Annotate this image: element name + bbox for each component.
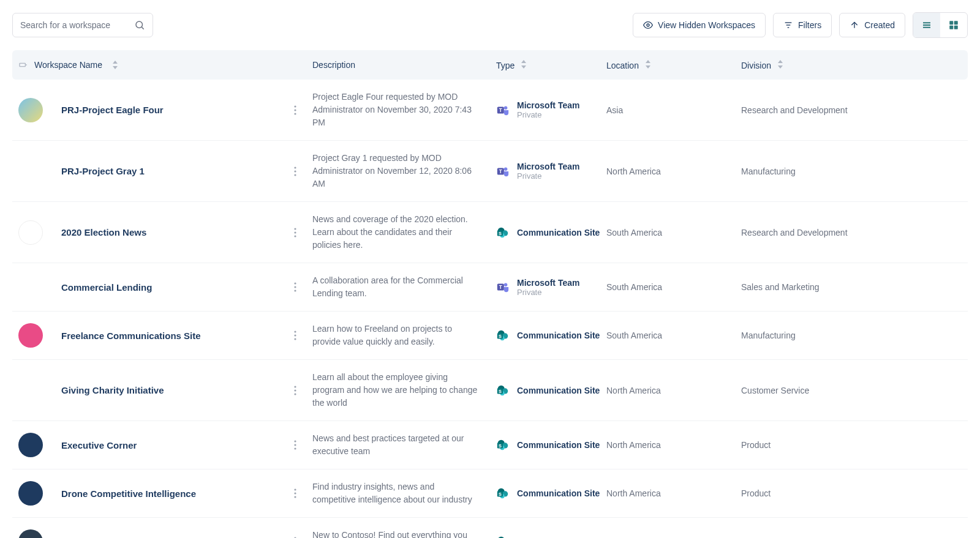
sort-icon	[777, 60, 783, 69]
type-name: Communication Site	[517, 386, 600, 395]
search-icon	[134, 20, 145, 31]
col-description-label[interactable]: Description	[312, 60, 496, 70]
table-row[interactable]: Working @ Contoso New to Contoso! Find o…	[12, 518, 968, 538]
workspace-description: Find industry insights, news and competi…	[312, 480, 496, 506]
workspace-location: Asia	[606, 105, 741, 115]
row-more-button[interactable]	[290, 103, 300, 118]
sort-icon	[521, 60, 527, 69]
filters-label: Filters	[798, 20, 821, 30]
row-more-button[interactable]	[290, 164, 300, 179]
toolbar: View Hidden Workspaces Filters Created	[12, 12, 968, 38]
svg-marker-18	[521, 60, 526, 63]
col-division-label[interactable]: Division	[741, 61, 771, 70]
col-location-label[interactable]: Location	[606, 61, 639, 70]
type-name: Communication Site	[517, 440, 600, 450]
workspace-division: Research and Development	[741, 228, 962, 237]
workspace-name[interactable]: Commercial Lending	[61, 282, 152, 293]
teams-icon	[496, 165, 510, 178]
svg-marker-21	[646, 65, 650, 69]
search-input[interactable]	[20, 20, 134, 30]
arrow-up-icon	[850, 20, 859, 30]
more-vert-icon	[294, 386, 296, 395]
search-box[interactable]	[12, 13, 153, 37]
more-vert-icon	[294, 105, 296, 115]
workspace-location: North America	[606, 488, 741, 498]
workspace-name[interactable]: 2020 Election News	[61, 227, 146, 237]
grid-view-button[interactable]	[940, 13, 967, 37]
workspace-location: South America	[606, 282, 741, 292]
table-row[interactable]: Executive Corner News and best practices…	[12, 421, 968, 469]
row-more-button[interactable]	[290, 225, 300, 240]
view-hidden-label: View Hidden Workspaces	[658, 20, 755, 30]
type-name: Microsoft Team	[517, 162, 579, 171]
table-row[interactable]: PRJ-Project Gray 1 Project Gray 1 reques…	[12, 141, 968, 202]
view-hidden-button[interactable]: View Hidden Workspaces	[633, 13, 766, 37]
table-row[interactable]: Giving Charity Initiative Learn all abou…	[12, 360, 968, 421]
row-more-button[interactable]	[290, 534, 300, 538]
workspace-location: South America	[606, 228, 741, 237]
table-row[interactable]: 2020 Election News News and coverage of …	[12, 202, 968, 263]
toolbar-right: View Hidden Workspaces Filters Created	[633, 12, 968, 38]
table-row[interactable]: PRJ-Project Eagle Four Project Eagle Fou…	[12, 80, 968, 141]
table-header: Workspace Name Description Type Location…	[12, 50, 968, 80]
svg-point-2	[647, 24, 649, 26]
workspace-description: News and coverage of the 2020 election. …	[312, 213, 496, 252]
workspace-icon	[18, 159, 43, 184]
type-name: Microsoft Team	[517, 278, 579, 288]
more-vert-icon	[294, 331, 296, 340]
svg-point-0	[136, 21, 143, 28]
workspace-description: Learn how to Freeland on projects to pro…	[312, 323, 496, 348]
type-name: Communication Site	[517, 488, 600, 498]
row-more-button[interactable]	[290, 438, 300, 452]
grid-icon	[948, 20, 959, 31]
col-name-label[interactable]: Workspace Name	[34, 60, 102, 70]
svg-marker-19	[521, 65, 526, 69]
row-more-button[interactable]	[290, 486, 300, 501]
workspace-division: Customer Service	[741, 386, 962, 395]
svg-marker-23	[778, 65, 783, 69]
type-name: Communication Site	[517, 228, 600, 237]
pin-icon	[18, 60, 28, 70]
workspace-icon	[18, 275, 43, 299]
list-view-button[interactable]	[913, 13, 940, 37]
table-row[interactable]: Freelance Communications Site Learn how …	[12, 312, 968, 360]
workspace-description: New to Contoso! Find out everything you …	[312, 529, 496, 538]
sharepoint-icon	[496, 535, 510, 538]
svg-rect-10	[949, 21, 953, 24]
svg-line-1	[141, 27, 143, 29]
workspace-name[interactable]: PRJ-Project Gray 1	[61, 166, 145, 176]
filters-button[interactable]: Filters	[773, 13, 832, 37]
type-name: Communication Site	[517, 331, 600, 340]
svg-marker-22	[778, 60, 783, 63]
workspace-description: Learn all about the employee giving prog…	[312, 371, 496, 409]
workspace-name[interactable]: PRJ-Project Eagle Four	[61, 105, 164, 115]
svg-marker-17	[113, 66, 118, 69]
view-toggle	[913, 12, 968, 38]
workspace-location: North America	[606, 440, 741, 450]
workspace-name[interactable]: Executive Corner	[61, 440, 137, 450]
table-row[interactable]: Commercial Lending A collaboration area …	[12, 263, 968, 312]
workspace-division: Research and Development	[741, 105, 962, 115]
row-more-button[interactable]	[290, 383, 300, 398]
teams-icon	[496, 280, 510, 294]
created-sort-button[interactable]: Created	[839, 13, 905, 37]
table-row[interactable]: Drone Competitive Intelligence Find indu…	[12, 469, 968, 518]
row-more-button[interactable]	[290, 280, 300, 294]
workspace-name[interactable]: Freelance Communications Site	[61, 331, 201, 341]
workspace-name[interactable]: Drone Competitive Intelligence	[61, 488, 196, 499]
teams-icon	[496, 103, 510, 117]
workspace-location: North America	[606, 166, 741, 176]
workspace-name[interactable]: Giving Charity Initiative	[61, 385, 164, 395]
col-type-label[interactable]: Type	[496, 61, 514, 70]
eye-icon	[643, 20, 653, 30]
type-sub: Private	[517, 171, 579, 181]
workspace-description: Project Eagle Four requested by MOD Admi…	[312, 91, 496, 129]
sharepoint-icon	[496, 226, 510, 239]
type-name: Microsoft Team	[517, 100, 579, 110]
more-vert-icon	[294, 440, 296, 450]
type-sub: Private	[517, 110, 579, 119]
workspace-division: Sales and Marketing	[741, 282, 962, 292]
row-more-button[interactable]	[290, 328, 300, 343]
svg-marker-20	[646, 60, 650, 63]
more-vert-icon	[294, 488, 296, 498]
